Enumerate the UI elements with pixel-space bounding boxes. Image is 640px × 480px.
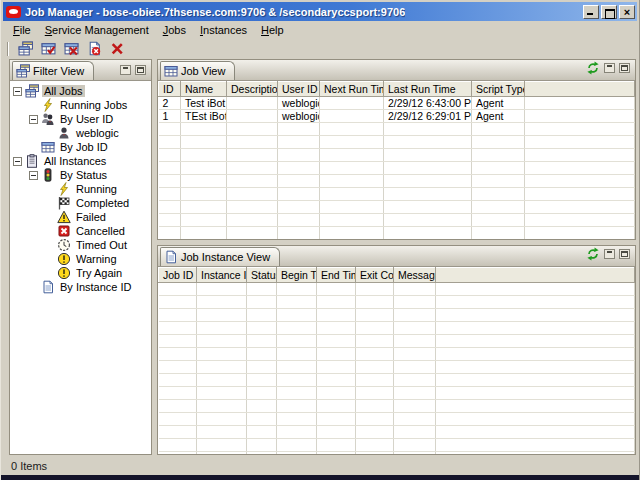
column-header-description[interactable]: Description [227, 82, 278, 97]
tree-item-cancelled[interactable]: Cancelled [10, 224, 151, 238]
table-check-icon[interactable] [39, 40, 57, 57]
empty-cell [247, 452, 277, 455]
tree-item-by-instance-id[interactable]: By Instance ID [10, 280, 151, 294]
tab-filter-view[interactable]: Filter View [12, 61, 94, 80]
tab-job-instance-view[interactable]: Job Instance View [160, 247, 280, 266]
maximize-button[interactable] [601, 5, 617, 19]
job-table-area: ID Name Description User ID Next Run Tim… [158, 81, 635, 239]
empty-cell [247, 439, 277, 452]
tree-item-by-status[interactable]: By Status [10, 168, 151, 182]
menu-jobs[interactable]: Jobs [156, 22, 193, 38]
empty-cell [278, 201, 320, 214]
empty-grid-row [159, 296, 635, 309]
tree-item-warning[interactable]: Warning [10, 252, 151, 266]
empty-cell [525, 162, 635, 175]
empty-cell [197, 426, 247, 439]
empty-cell [277, 387, 317, 400]
column-header-name[interactable]: Name [181, 82, 227, 97]
table-delete-icon[interactable] [62, 40, 80, 57]
column-header-last-run-time[interactable]: Last Run Time [384, 82, 472, 97]
menu-service-management[interactable]: Service Management [38, 22, 156, 38]
refresh-icon[interactable] [586, 61, 600, 75]
panel-maximize-button[interactable] [619, 249, 630, 259]
page-delete-icon[interactable] [85, 40, 103, 57]
column-header-message[interactable]: Message [394, 268, 436, 283]
empty-grid-row [159, 175, 635, 188]
empty-cell [320, 201, 384, 214]
column-header-id[interactable]: ID [159, 82, 181, 97]
column-header-script-type[interactable]: Script Type [472, 82, 525, 97]
job-row[interactable]: 2 Test iBot weblogic 2/29/12 6:43:00 PM … [159, 97, 635, 110]
empty-cell [159, 452, 197, 455]
tree-item-failed[interactable]: Failed [10, 210, 151, 224]
tree-item-completed[interactable]: Completed [10, 196, 151, 210]
empty-cell [356, 400, 394, 413]
empty-cell [394, 283, 436, 296]
tree-item-by-user-id[interactable]: By User ID [10, 112, 151, 126]
column-header-begin-time[interactable]: Begin Time [277, 268, 317, 283]
collapse-toggle-icon[interactable] [13, 87, 22, 96]
empty-cell [317, 348, 356, 361]
tree-item-all-jobs[interactable]: All Jobs [10, 84, 151, 98]
panel-minimize-button[interactable] [604, 249, 615, 259]
jobs-tables-icon[interactable] [16, 40, 34, 57]
empty-cell [394, 296, 436, 309]
column-header-end-time[interactable]: End Time [317, 268, 356, 283]
tree-item-running-jobs[interactable]: Running Jobs [10, 98, 151, 112]
empty-cell [181, 201, 227, 214]
empty-cell [278, 214, 320, 227]
panel-maximize-button[interactable] [135, 65, 146, 75]
collapse-toggle-icon[interactable] [29, 171, 38, 180]
tree-item-all-instances[interactable]: All Instances [10, 154, 151, 168]
empty-cell [317, 400, 356, 413]
empty-cell [356, 413, 394, 426]
empty-cell [525, 149, 635, 162]
collapse-toggle-icon[interactable] [29, 115, 38, 124]
empty-grid-row [159, 201, 635, 214]
titlebar[interactable]: Job Manager - bose-obiee.7thsense.com:97… [3, 2, 637, 21]
empty-grid-row [159, 227, 635, 240]
empty-cell [197, 309, 247, 322]
tree-item-weblogic[interactable]: weblogic [10, 126, 151, 140]
panel-minimize-button[interactable] [120, 65, 131, 75]
warning-triangle-icon [57, 210, 71, 224]
column-header-status[interactable]: Status [247, 268, 277, 283]
empty-cell [227, 136, 278, 149]
delete-x-icon[interactable] [108, 40, 126, 57]
tree-item-running[interactable]: Running [10, 182, 151, 196]
menu-instances[interactable]: Instances [193, 22, 254, 38]
close-button[interactable]: × [619, 5, 635, 19]
empty-cell [317, 335, 356, 348]
tab-job-view-label: Job View [181, 65, 225, 77]
empty-cell [197, 335, 247, 348]
empty-cell [197, 348, 247, 361]
column-header-job-id[interactable]: Job ID [159, 268, 197, 283]
status-text: 0 Items [11, 460, 47, 472]
tree-item-by-job-id[interactable]: By Job ID [10, 140, 151, 154]
panel-minimize-button[interactable] [604, 63, 615, 73]
column-header-instance-id[interactable]: Instance ID [197, 268, 247, 283]
empty-cell [394, 348, 436, 361]
empty-cell [320, 175, 384, 188]
menu-help[interactable]: Help [254, 22, 291, 38]
empty-cell [247, 426, 277, 439]
empty-cell [394, 439, 436, 452]
empty-cell [394, 387, 436, 400]
column-header-exit-code[interactable]: Exit Code [356, 268, 394, 283]
collapse-toggle-icon[interactable] [13, 157, 22, 166]
tree-item-try-again[interactable]: Try Again [10, 266, 151, 280]
traffic-light-icon [41, 168, 55, 182]
tab-job-view[interactable]: Job View [160, 61, 235, 80]
column-header-user-id[interactable]: User ID [278, 82, 320, 97]
menu-file[interactable]: File [6, 22, 38, 38]
empty-cell [181, 149, 227, 162]
panel-maximize-button[interactable] [619, 63, 630, 73]
job-row[interactable]: 1 TEst iBot weblogic 2/29/12 6:29:01 PM … [159, 110, 635, 123]
empty-cell [436, 361, 635, 374]
column-header-next-run-time[interactable]: Next Run Time [320, 82, 384, 97]
empty-cell [159, 136, 181, 149]
minimize-button[interactable] [583, 5, 599, 19]
empty-grid-row [159, 452, 635, 455]
refresh-icon[interactable] [586, 247, 600, 261]
tree-item-timed-out[interactable]: Timed Out [10, 238, 151, 252]
